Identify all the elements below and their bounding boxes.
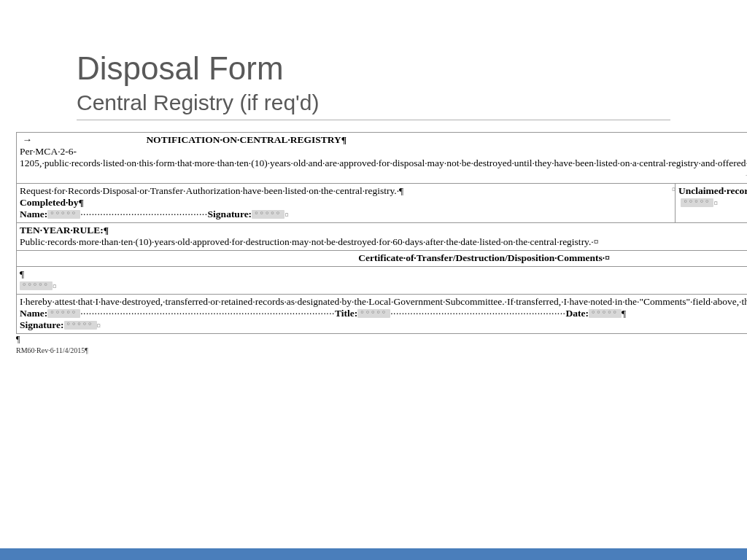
ten-year-text: Public·records·more·than·ten·(10)·years·… xyxy=(20,236,599,247)
title-rule xyxy=(77,120,670,120)
post-table-para: ¶ xyxy=(16,334,741,345)
bottom-accent-bar xyxy=(0,548,747,560)
page-title: Disposal Form xyxy=(77,51,747,86)
name-field[interactable]: °°°°° xyxy=(47,210,80,219)
mca-text: Per·MCA·2-6-1205,·public·records·listed·… xyxy=(20,146,747,168)
attest-row: ¤ I·hereby·attest·that·I·have·destroyed,… xyxy=(17,295,748,334)
ten-year-heading: TEN·YEAR·RULE:¶ xyxy=(20,225,109,236)
request-cell: ¤ Request·for·Records·Disposal·or·Transf… xyxy=(17,184,676,223)
ten-year-row: ¤ TEN·YEAR·RULE:¶ Public·records·more·th… xyxy=(17,223,748,251)
attest-title-field[interactable]: °°°°° xyxy=(357,309,390,318)
attest-text: I·hereby·attest·that·I·have·destroyed,·t… xyxy=(20,296,747,307)
title-block: Disposal Form Central Registry (if req'd… xyxy=(0,0,747,115)
form-area: ¤ → NOTIFICATION·ON·CENTRAL·REGISTRY¶ Pe… xyxy=(16,132,741,345)
notification-row: ¤ → NOTIFICATION·ON·CENTRAL·REGISTRY¶ Pe… xyxy=(17,133,748,184)
completed-by: Completed·by¶ xyxy=(20,197,84,208)
name-label: Name: xyxy=(20,209,47,219)
attest-title-label: Title: xyxy=(335,308,357,319)
comments-row: ¤ ¶ °°°°°¤ xyxy=(17,267,748,295)
signature-field[interactable]: °°°°° xyxy=(252,210,285,219)
comments-field[interactable]: °°°°° xyxy=(20,281,53,290)
form-table: ¤ → NOTIFICATION·ON·CENTRAL·REGISTRY¶ Pe… xyxy=(16,132,747,334)
unclaimed-text: Unclaimed·records·may·be·disposed·60·day… xyxy=(678,185,747,196)
signature-label: Signature: xyxy=(208,209,252,219)
notification-heading: NOTIFICATION·ON·CENTRAL·REGISTRY¶ xyxy=(146,134,347,145)
revision-footer: RM60·Rev·6·11/4/2015¶ xyxy=(16,346,747,354)
attest-date-label: Date: xyxy=(565,308,588,319)
date-field[interactable]: °°°°° xyxy=(681,198,713,207)
unclaimed-cell: ¤ Unclaimed·records·may·be·disposed·60·d… xyxy=(676,184,747,223)
page-subtitle: Central Registry (if req'd) xyxy=(77,90,747,115)
attest-name-field[interactable]: °°°°° xyxy=(47,309,80,318)
attest-sig-label: Signature: xyxy=(20,319,64,330)
slide: Disposal Form Central Registry (if req'd… xyxy=(0,0,747,560)
dot-leader: ········································… xyxy=(80,209,207,219)
request-text: Request·for·Records·Disposal·or·Transfer… xyxy=(20,185,403,196)
row-end-marks: → ¤ xyxy=(744,169,747,181)
cert-heading-row: ¤ Certificate·of·Transfer/Destruction/Di… xyxy=(17,251,748,267)
attest-date-field[interactable]: °°°°° xyxy=(589,309,622,318)
attest-sig-field[interactable]: °°°°° xyxy=(64,321,97,330)
cert-heading: Certificate·of·Transfer/Destruction/Disp… xyxy=(358,252,610,263)
attest-name-label: Name: xyxy=(20,308,47,319)
tab-icon: → xyxy=(20,134,144,146)
